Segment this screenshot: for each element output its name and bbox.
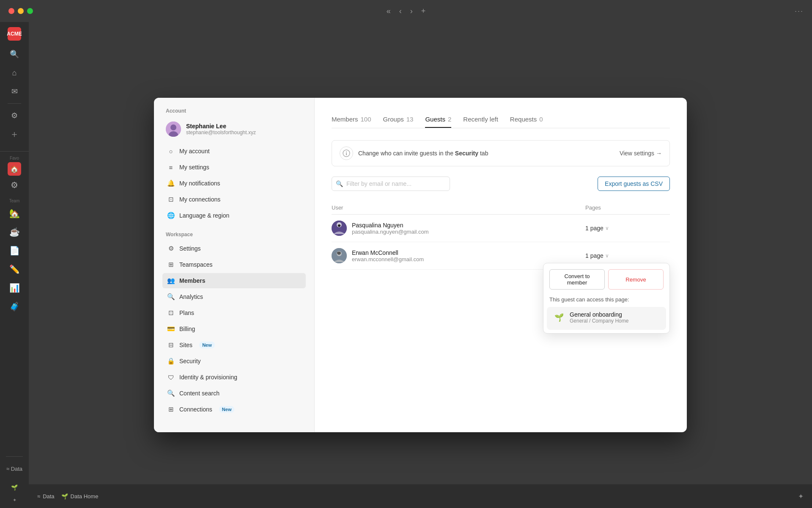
sidebar-item-label: Language & region bbox=[179, 212, 229, 219]
settings-modal: Account Stephanie Lee stephanie@toolsfor… bbox=[154, 98, 687, 432]
member-user-cell: Erwan McConnell erwan.mcconnell@gmail.co… bbox=[332, 248, 585, 263]
data-icon[interactable]: ≈ Data bbox=[6, 460, 23, 477]
sidebar-item-1[interactable]: ⚙ bbox=[6, 177, 23, 193]
teamspaces-icon[interactable]: 🏠 bbox=[8, 162, 21, 176]
sidebar-item-my-settings[interactable]: ≡ My settings bbox=[162, 160, 306, 175]
sidebar-item-label: Connections bbox=[179, 406, 212, 413]
traffic-lights bbox=[8, 8, 33, 14]
settings-icon[interactable]: ⚙ bbox=[6, 107, 23, 124]
member-pages-cell[interactable]: 1 page ∨ bbox=[585, 225, 670, 232]
page-icon[interactable]: 📄 bbox=[6, 242, 23, 259]
sites-icon: ⊟ bbox=[167, 341, 175, 349]
sidebar-item-language-region[interactable]: 🌐 Language & region bbox=[162, 208, 306, 223]
sidebar-item-label: Teamspaces bbox=[179, 261, 213, 268]
inbox-icon[interactable]: ✉ bbox=[6, 83, 23, 100]
sidebar-item-content-search[interactable]: 🔍 Content search bbox=[162, 386, 306, 401]
sparkle-icon[interactable]: ✦ bbox=[13, 497, 16, 503]
sidebar-item-security[interactable]: 🔒 Security bbox=[162, 353, 306, 369]
view-settings-link[interactable]: View settings → bbox=[620, 150, 662, 157]
favorites-label: Favo bbox=[10, 155, 19, 161]
sidebar-item-billing[interactable]: 💳 Billing bbox=[162, 321, 306, 337]
close-button[interactable] bbox=[8, 8, 14, 14]
app-sidebar: ACME 🔍 ⌂ ✉ ⚙ ＋ Favo 🏠 ⚙ Team 🏡 ☕ 📄 ✏️ 📊 … bbox=[0, 22, 29, 508]
export-csv-button[interactable]: Export guests as CSV bbox=[598, 177, 670, 191]
bag-icon[interactable]: 🧳 bbox=[6, 298, 23, 315]
sidebar-divider bbox=[8, 103, 21, 104]
info-banner: Change who can invite guests in the Secu… bbox=[332, 140, 670, 166]
sidebar-item-label: Billing bbox=[179, 326, 195, 332]
bottom-data-home-item[interactable]: 🌱 Data Home bbox=[61, 493, 99, 500]
chart-icon[interactable]: 📊 bbox=[6, 279, 23, 296]
sidebar-item-label: Sites bbox=[179, 342, 192, 348]
member-pages-cell[interactable]: 1 page ∨ bbox=[585, 252, 670, 259]
modal-content: Members 100 Groups 13 Guests 2 Recently … bbox=[315, 98, 687, 432]
sidebar-item-settings[interactable]: ⚙ Settings bbox=[162, 241, 306, 256]
maximize-button[interactable] bbox=[27, 8, 33, 14]
member-name: Erwan McConnell bbox=[352, 249, 424, 256]
chevron-down-icon: ∨ bbox=[605, 253, 609, 259]
sidebar-item-label: My settings bbox=[179, 164, 209, 171]
tab-groups[interactable]: Groups 13 bbox=[383, 111, 414, 128]
minimize-button[interactable] bbox=[18, 8, 24, 14]
coffee-icon[interactable]: ☕ bbox=[6, 224, 23, 240]
sidebar-item-label: Analytics bbox=[179, 293, 203, 300]
user-profile[interactable]: Stephanie Lee stephanie@toolsforthought.… bbox=[162, 117, 306, 141]
bottom-data-item[interactable]: ≈ Data bbox=[37, 493, 55, 500]
settings-sidebar: Account Stephanie Lee stephanie@toolsfor… bbox=[154, 98, 315, 432]
sidebar-item-analytics[interactable]: 🔍 Analytics bbox=[162, 289, 306, 304]
members-table: User Pages bbox=[332, 201, 670, 270]
search-icon[interactable]: 🔍 bbox=[6, 46, 23, 63]
tab-guests[interactable]: Guests 2 bbox=[425, 111, 451, 128]
home-icon[interactable]: ⌂ bbox=[6, 64, 23, 81]
tab-recently-left-label: Recently left bbox=[463, 116, 498, 123]
sidebar-item-my-notifications[interactable]: 🔔 My notifications bbox=[162, 176, 306, 191]
titlebar: « ‹ › + ··· bbox=[0, 0, 812, 22]
sidebar-item-plans[interactable]: ⊡ Plans bbox=[162, 305, 306, 320]
nav-add-button[interactable]: + bbox=[420, 5, 428, 17]
search-input[interactable] bbox=[332, 177, 450, 191]
sidebar-item-label: My notifications bbox=[179, 180, 220, 187]
more-options-button[interactable]: ··· bbox=[795, 7, 804, 16]
app-logo[interactable]: ACME bbox=[8, 27, 21, 41]
data-home-icon[interactable]: 🌱 bbox=[6, 479, 23, 496]
sidebar-item-connections[interactable]: ⊞ Connections New bbox=[162, 402, 306, 417]
sidebar-item-label: My account bbox=[179, 148, 210, 155]
sidebar-item-my-connections[interactable]: ⊡ My connections bbox=[162, 192, 306, 207]
tab-recently-left[interactable]: Recently left bbox=[463, 111, 498, 128]
member-avatar bbox=[332, 221, 347, 236]
svg-point-4 bbox=[346, 152, 347, 152]
pages-count: 1 page bbox=[585, 252, 604, 259]
collapse-sidebar-button[interactable]: « bbox=[385, 5, 392, 17]
table-row[interactable]: Pasqualina Nguyen pasqualina.nguyen@gmai… bbox=[332, 215, 670, 242]
search-wrap: 🔍 bbox=[332, 177, 450, 191]
context-menu-page-item[interactable]: 🌱 General onboarding General / Company H… bbox=[547, 307, 666, 330]
sparkle-icon[interactable]: ✦ bbox=[798, 492, 804, 500]
pencil-icon[interactable]: ✏️ bbox=[6, 261, 23, 278]
workspace-section-label: Workspace bbox=[162, 232, 306, 237]
sidebar-item-members[interactable]: 👥 Members bbox=[162, 273, 306, 288]
tab-groups-label: Groups bbox=[383, 116, 404, 123]
add-icon[interactable]: ＋ bbox=[6, 126, 23, 143]
tab-groups-count: 13 bbox=[406, 116, 414, 123]
sidebar-item-my-account[interactable]: ○ My account bbox=[162, 144, 306, 159]
app-sidebar-bottom: ≈ Data 🌱 ✦ bbox=[6, 456, 23, 503]
sidebar-item-identity-provisioning[interactable]: 🛡 Identity & provisioning bbox=[162, 370, 306, 385]
nav-forward-button[interactable]: › bbox=[409, 5, 414, 17]
nav-back-button[interactable]: ‹ bbox=[398, 5, 403, 17]
convert-to-member-button[interactable]: Convert to member bbox=[549, 269, 605, 290]
home-workspace-icon[interactable]: 🏡 bbox=[6, 205, 23, 222]
member-name: Pasqualina Nguyen bbox=[352, 222, 429, 229]
analytics-icon: 🔍 bbox=[167, 293, 175, 301]
sidebar-item-sites[interactable]: ⊟ Sites New bbox=[162, 337, 306, 353]
connections-icon: ⊡ bbox=[167, 195, 175, 204]
identity-icon: 🛡 bbox=[167, 373, 175, 381]
page-icon: 🌱 bbox=[553, 311, 565, 324]
data-home-label: Data Home bbox=[71, 493, 99, 500]
tab-requests[interactable]: Requests 0 bbox=[510, 111, 543, 128]
remove-button[interactable]: Remove bbox=[608, 269, 664, 290]
titlebar-nav: « ‹ › + bbox=[385, 5, 428, 17]
sidebar-item-label: Identity & provisioning bbox=[179, 374, 237, 381]
sidebar-item-label: Plans bbox=[179, 309, 194, 316]
sidebar-item-teamspaces[interactable]: ⊞ Teamspaces bbox=[162, 257, 306, 272]
tab-members[interactable]: Members 100 bbox=[332, 111, 371, 128]
